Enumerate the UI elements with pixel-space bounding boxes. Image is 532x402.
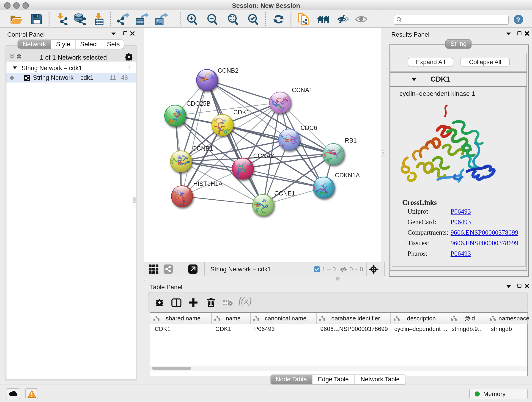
svg-text:RB1: RB1 xyxy=(345,137,357,144)
svg-text:CCNE1: CCNE1 xyxy=(274,190,295,197)
svg-text:CDC25B: CDC25B xyxy=(186,100,210,107)
svg-text:CCNB1: CCNB1 xyxy=(192,145,213,152)
svg-text:CDK1: CDK1 xyxy=(233,109,249,116)
svg-text:CCNA2: CCNA2 xyxy=(253,153,274,159)
svg-text:CCNB2: CCNB2 xyxy=(218,67,239,74)
svg-text:CDC6: CDC6 xyxy=(300,124,317,131)
svg-text:CCNA1: CCNA1 xyxy=(292,87,312,94)
svg-text:CDKN1A: CDKN1A xyxy=(335,172,360,179)
svg-text:HIST1H1A: HIST1H1A xyxy=(193,180,222,187)
